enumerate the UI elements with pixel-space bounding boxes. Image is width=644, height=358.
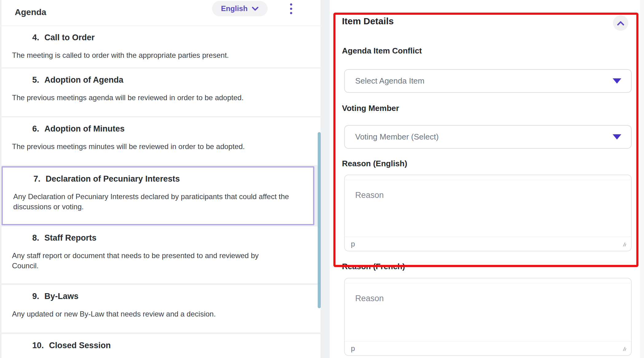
scrollbar-thumb[interactable] xyxy=(318,132,321,308)
item-title: Closed Session xyxy=(49,341,111,350)
editor-block-tag: p xyxy=(351,240,355,248)
editor-placeholder: Reason xyxy=(355,294,384,303)
kebab-vertical-icon xyxy=(290,3,292,6)
editor-block-tag: p xyxy=(351,344,355,353)
reason-french-editor: Reason p xyxy=(344,278,632,356)
resize-handle-icon[interactable] xyxy=(621,241,627,247)
editor-toolbar xyxy=(345,278,631,283)
language-label: English xyxy=(221,4,248,13)
editor-statusbar: p xyxy=(345,341,631,355)
chevron-down-icon xyxy=(252,6,259,11)
kebab-vertical-icon xyxy=(290,12,292,14)
agenda-item-closed-session[interactable]: 10.Closed Session xyxy=(2,334,320,358)
item-title: Adoption of Agenda xyxy=(45,75,124,85)
item-title: Adoption of Minutes xyxy=(45,124,125,133)
voting-member-label: Voting Member xyxy=(342,104,399,113)
reason-english-label: Reason (English) xyxy=(342,159,407,168)
agenda-item-by-laws[interactable]: 9.By-Laws Any updated or new By-Law that… xyxy=(2,285,320,332)
item-number: 7. xyxy=(33,174,41,184)
item-number: 4. xyxy=(32,33,39,42)
reason-english-input[interactable]: Reason xyxy=(345,180,631,236)
item-description: Any updated or new By-Law that needs rev… xyxy=(2,301,320,319)
select-placeholder: Voting Member (Select) xyxy=(355,132,439,142)
select-placeholder: Select Agenda Item xyxy=(355,76,424,86)
agenda-item-adoption-of-agenda[interactable]: 5.Adoption of Agenda The previous meetin… xyxy=(2,69,320,116)
item-description: Any staff report or document that needs … xyxy=(2,243,320,271)
reason-french-input[interactable]: Reason xyxy=(345,284,631,341)
item-description: The meeting is called to order with the … xyxy=(2,42,320,60)
triangle-down-icon xyxy=(613,78,621,84)
panel-title: Agenda xyxy=(15,0,46,26)
agenda-item-conflict-label: Agenda Item Conflict xyxy=(342,46,422,56)
agenda-item-conflict-select[interactable]: Select Agenda Item xyxy=(344,69,632,93)
triangle-down-icon xyxy=(613,134,621,140)
item-number: 9. xyxy=(32,292,39,301)
agenda-panel-header: Agenda English xyxy=(2,0,320,26)
more-options-button[interactable] xyxy=(284,2,298,16)
editor-statusbar: p xyxy=(345,237,631,251)
item-title: By-Laws xyxy=(45,292,79,301)
meeting-agenda-app: Agenda English 4.Call to Order The meeti… xyxy=(0,0,644,358)
collapse-section-button[interactable] xyxy=(613,15,628,31)
item-description: Any Declaration of Pecuniary Interests d… xyxy=(3,184,313,212)
item-title: Staff Reports xyxy=(45,233,97,242)
chevron-up-icon xyxy=(617,21,625,26)
item-number: 8. xyxy=(32,233,39,243)
item-description: The previous meetings agenda will be rev… xyxy=(2,85,320,103)
agenda-item-adoption-of-minutes[interactable]: 6.Adoption of Minutes The previous meeti… xyxy=(2,117,320,165)
agenda-item-staff-reports[interactable]: 8.Staff Reports Any staff report or docu… xyxy=(2,226,320,283)
item-description: The previous meetings minutes will be re… xyxy=(2,134,320,151)
editor-toolbar xyxy=(345,175,631,180)
item-number: 5. xyxy=(32,75,39,85)
item-title: Declaration of Pecuniary Interests xyxy=(46,174,180,183)
section-title: Item Details xyxy=(342,16,394,26)
language-selector-button[interactable]: English xyxy=(212,1,268,16)
voting-member-select[interactable]: Voting Member (Select) xyxy=(344,125,632,149)
reason-french-label: Reason (French) xyxy=(342,262,405,271)
agenda-item-call-to-order[interactable]: 4.Call to Order The meeting is called to… xyxy=(2,26,320,67)
item-number: 6. xyxy=(32,124,39,134)
agenda-item-declaration-of-pecuniary-interests[interactable]: 7.Declaration of Pecuniary Interests Any… xyxy=(2,166,314,225)
editor-placeholder: Reason xyxy=(355,191,384,200)
reason-english-editor: Reason p xyxy=(344,175,632,251)
kebab-vertical-icon xyxy=(290,8,292,10)
item-details-panel: Item Details Agenda Item Conflict Select… xyxy=(330,0,644,358)
panel-right-gutter xyxy=(640,0,644,358)
resize-handle-icon[interactable] xyxy=(621,345,627,352)
item-title: Call to Order xyxy=(45,33,95,42)
item-number: 10. xyxy=(32,341,44,350)
